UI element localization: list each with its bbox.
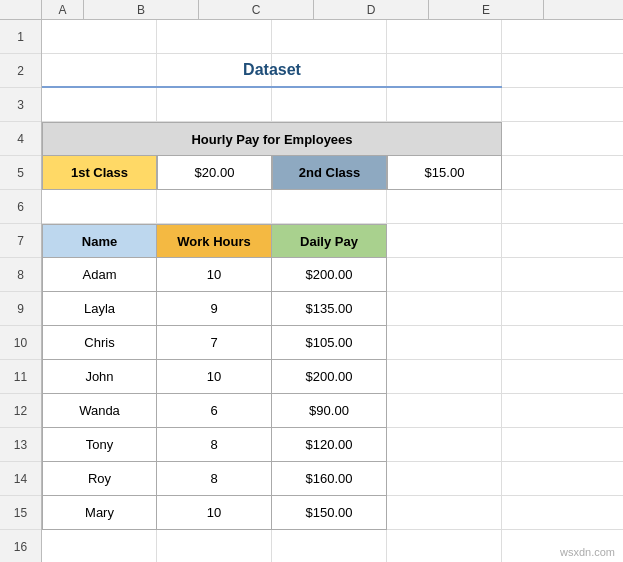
hourly-header: Hourly Pay for Employees <box>42 122 502 156</box>
row-num-8: 8 <box>0 258 41 292</box>
employee-hours: 7 <box>157 326 272 360</box>
employee-hours: 8 <box>157 462 272 496</box>
row-num-14: 14 <box>0 462 41 496</box>
employee-pay: $200.00 <box>272 360 387 394</box>
col-header-a: A <box>42 0 84 19</box>
employee-row: Roy 8 $160.00 <box>42 462 387 496</box>
row-num-13: 13 <box>0 428 41 462</box>
employee-hours: 9 <box>157 292 272 326</box>
employee-row: John 10 $200.00 <box>42 360 387 394</box>
employee-row: Wanda 6 $90.00 <box>42 394 387 428</box>
col-header-pay: Daily Pay <box>272 224 387 258</box>
row-num-5: 5 <box>0 156 41 190</box>
employee-rows: Adam 10 $200.00 Layla 9 $135.00 Chris 7 … <box>42 258 387 530</box>
hourly-data-row: 1st Class $20.00 2nd Class $15.00 <box>42 156 502 190</box>
employee-name: Tony <box>42 428 157 462</box>
employee-name: Layla <box>42 292 157 326</box>
row-num-9: 9 <box>0 292 41 326</box>
watermark: wsxdn.com <box>560 546 615 558</box>
row-num-6: 6 <box>0 190 41 224</box>
employee-pay: $160.00 <box>272 462 387 496</box>
row-num-2: 2 <box>0 54 41 88</box>
employee-name: Roy <box>42 462 157 496</box>
employee-row: Layla 9 $135.00 <box>42 292 387 326</box>
col-header-hours: Work Hours <box>157 224 272 258</box>
row-num-7: 7 <box>0 224 41 258</box>
hourly-pay-table: Hourly Pay for Employees 1st Class $20.0… <box>42 122 502 190</box>
second-class-value: $15.00 <box>387 156 502 190</box>
employee-row: Mary 10 $150.00 <box>42 496 387 530</box>
employee-name: Chris <box>42 326 157 360</box>
row-num-11: 11 <box>0 360 41 394</box>
col-headers: A B C D E <box>0 0 623 20</box>
corner-cell <box>0 0 42 19</box>
col-header-c: C <box>199 0 314 19</box>
employee-name: John <box>42 360 157 394</box>
title-container: Dataset <box>42 54 502 88</box>
employee-hours: 10 <box>157 360 272 394</box>
employee-pay: $90.00 <box>272 394 387 428</box>
dataset-title: Dataset <box>243 61 301 79</box>
employee-hours: 10 <box>157 496 272 530</box>
grid-body: 1 2 3 4 5 6 7 8 9 10 11 12 13 14 15 16 <box>0 20 623 562</box>
employee-pay: $200.00 <box>272 258 387 292</box>
second-class-label: 2nd Class <box>272 156 387 190</box>
employee-header-row: Name Work Hours Daily Pay <box>42 224 387 258</box>
employee-row: Tony 8 $120.00 <box>42 428 387 462</box>
row-num-15: 15 <box>0 496 41 530</box>
employee-pay: $150.00 <box>272 496 387 530</box>
row-num-1: 1 <box>0 20 41 54</box>
employee-pay: $105.00 <box>272 326 387 360</box>
employee-hours: 8 <box>157 428 272 462</box>
employee-hours: 10 <box>157 258 272 292</box>
col-header-e: E <box>429 0 544 19</box>
employee-name: Adam <box>42 258 157 292</box>
employee-name: Mary <box>42 496 157 530</box>
employee-row: Chris 7 $105.00 <box>42 326 387 360</box>
employee-pay: $135.00 <box>272 292 387 326</box>
row-num-12: 12 <box>0 394 41 428</box>
col-header-name: Name <box>42 224 157 258</box>
employee-table: Name Work Hours Daily Pay Adam 10 $200.0… <box>42 224 387 530</box>
row-num-10: 10 <box>0 326 41 360</box>
employee-hours: 6 <box>157 394 272 428</box>
spreadsheet: A B C D E 1 2 3 4 5 6 7 8 9 10 11 12 13 … <box>0 0 623 562</box>
row-num-4: 4 <box>0 122 41 156</box>
first-class-value: $20.00 <box>157 156 272 190</box>
col-header-b: B <box>84 0 199 19</box>
col-header-d: D <box>314 0 429 19</box>
employee-pay: $120.00 <box>272 428 387 462</box>
row-numbers: 1 2 3 4 5 6 7 8 9 10 11 12 13 14 15 16 <box>0 20 42 562</box>
row-num-3: 3 <box>0 88 41 122</box>
employee-name: Wanda <box>42 394 157 428</box>
content-area: Dataset Hourly Pay for Employees 1st Cla… <box>42 20 623 562</box>
employee-row: Adam 10 $200.00 <box>42 258 387 292</box>
row-num-16: 16 <box>0 530 41 562</box>
first-class-label: 1st Class <box>42 156 157 190</box>
